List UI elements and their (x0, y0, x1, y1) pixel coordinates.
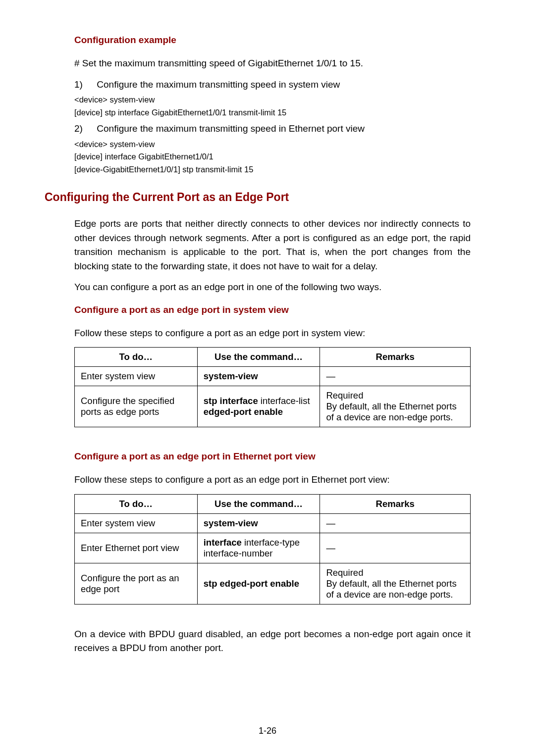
step1-code1: <device> system-view (74, 94, 471, 106)
table-eth-view: To do… Use the command… Remarks Enter sy… (74, 494, 471, 605)
page: Configuration example # Set the maximum … (0, 0, 535, 756)
t1-r2c2-n: interface-list (258, 396, 310, 406)
example-step1: 1) Configure the maximum transmitting sp… (74, 78, 471, 92)
step2-code2: [device] interface GigabitEthernet1/0/1 (74, 151, 471, 163)
example-intro: # Set the maximum transmitting speed of … (74, 56, 471, 71)
heading-cfg-eth-view: Configure a port as an edge port in Ethe… (74, 451, 471, 462)
ethview-intro: Follow these steps to configure a port a… (74, 473, 471, 487)
t2-r2c3: — (320, 533, 471, 563)
t2-r1c2: system-view (197, 513, 320, 533)
t2-r2c1: Enter Ethernet port view (75, 533, 198, 563)
th-todo: To do… (75, 348, 198, 367)
sysview-intro: Follow these steps to configure a port a… (74, 326, 471, 341)
t2-r3c3: Required By default, all the Ethernet po… (320, 563, 471, 604)
example-step2: 2) Configure the maximum transmitting sp… (74, 122, 471, 136)
heading-config-example: Configuration example (74, 35, 471, 46)
t2-r3c3a: Required (326, 567, 464, 578)
t2-r3c3b: By default, all the Ethernet ports of a … (326, 578, 464, 600)
t1-r1c1: Enter system view (75, 367, 198, 386)
t1-r2c3a: Required (326, 390, 464, 401)
th-cmd: Use the command… (197, 348, 320, 367)
edge-intro2: You can configure a port as an edge port… (74, 280, 471, 295)
t2-r1c1: Enter system view (75, 513, 198, 533)
th-remarks: Remarks (320, 348, 471, 367)
edge-intro1: Edge ports are ports that neither direct… (74, 217, 471, 273)
t2-r2c2-b: interface (204, 537, 242, 548)
t1-r2c1: Configure the specified ports as edge po… (75, 386, 198, 427)
th-cmd2: Use the command… (197, 494, 320, 513)
t2-r3c2: stp edged-port enable (197, 563, 320, 604)
step1-num: 1) (74, 78, 94, 92)
content-area: Configuration example # Set the maximum … (74, 35, 471, 655)
step1-text: Configure the maximum transmitting speed… (97, 79, 340, 90)
step2-num: 2) (74, 122, 94, 136)
t1-r2c3b: By default, all the Ethernet ports of a … (326, 401, 464, 423)
table-header-row: To do… Use the command… Remarks (75, 348, 471, 367)
step2-text: Configure the maximum transmitting speed… (97, 123, 365, 134)
t1-r1c2: system-view (197, 367, 320, 386)
table-system-view: To do… Use the command… Remarks Enter sy… (74, 347, 471, 427)
heading-cfg-system-view: Configure a port as an edge port in syst… (74, 304, 471, 315)
th-todo2: To do… (75, 494, 198, 513)
step2-code1: <device> system-view (74, 138, 471, 151)
t1-r2c2: stp interface interface-list edged-port … (197, 386, 320, 427)
table-row: Enter system view system-view — (75, 513, 471, 533)
step1-code2: [device] stp interface GigabitEthernet1/… (74, 106, 471, 119)
bpdu-note: On a device with BPDU guard disabled, an… (74, 627, 471, 655)
table-row: Configure the port as an edge port stp e… (75, 563, 471, 604)
table-header-row: To do… Use the command… Remarks (75, 494, 471, 513)
table-row: Enter Ethernet port view interface inter… (75, 533, 471, 563)
t2-r1c3: — (320, 513, 471, 533)
table-row: Enter system view system-view — (75, 367, 471, 386)
t1-r2c2-b2: edged-port enable (204, 406, 283, 417)
t2-r3c1: Configure the port as an edge port (75, 563, 198, 604)
page-number: 1-26 (0, 726, 535, 736)
step2-code3: [device-GigabitEthernet1/0/1] stp transm… (74, 163, 471, 176)
table-row: Configure the specified ports as edge po… (75, 386, 471, 427)
heading-edge-port: Configuring the Current Port as an Edge … (45, 191, 471, 204)
t1-r2c3: Required By default, all the Ethernet po… (320, 386, 471, 427)
t1-r2c2-b: stp interface (204, 396, 258, 406)
t1-r1c3: — (320, 367, 471, 386)
th-remarks2: Remarks (320, 494, 471, 513)
t2-r2c2: interface interface-type interface-numbe… (197, 533, 320, 563)
